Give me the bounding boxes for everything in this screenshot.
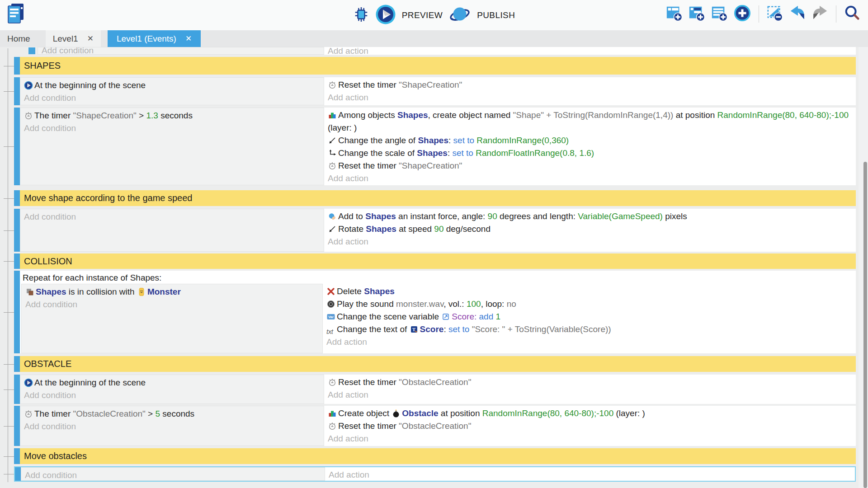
event-drag-bar[interactable] — [14, 375, 20, 404]
add-action-button[interactable]: Add action — [328, 172, 852, 185]
redo-icon[interactable] — [811, 5, 829, 23]
condition-text: > — [137, 111, 146, 120]
play-icon — [24, 81, 33, 90]
group-header-row[interactable]: COLLISION — [14, 253, 856, 269]
action-text: Rotate — [338, 224, 366, 234]
condition-line[interactable]: At the beginning of the scene — [24, 79, 320, 92]
scrollbar-thumb[interactable] — [863, 162, 867, 488]
tab-home[interactable]: Home — [0, 30, 38, 47]
add-condition-button[interactable]: Add condition — [42, 47, 94, 55]
scrollbar-track[interactable] — [859, 47, 868, 488]
event-drag-bar[interactable] — [14, 356, 20, 372]
condition-line[interactable]: The timer "ShapeCreation" > 1.3 seconds — [24, 109, 320, 122]
conditions-column: At the beginning of the sceneAdd conditi… — [20, 77, 324, 105]
actions-column: Delete ShapesPlay the sound monster.wav,… — [323, 284, 856, 353]
preview-button[interactable]: PREVIEW — [402, 10, 443, 20]
action-line[interactable]: Reset the timer "ShapeCreation" — [328, 79, 852, 91]
group-header-row[interactable]: Move shape according to the game speed — [14, 190, 856, 206]
event-drag-bar[interactable] — [14, 57, 20, 75]
var-icon: Var — [326, 312, 335, 321]
event-drag-bar[interactable] — [14, 209, 20, 252]
action-line[interactable]: Delete Shapes — [326, 285, 852, 298]
publish-button[interactable]: PUBLISH — [477, 10, 515, 20]
event-row: The timer "ShapeCreation" > 1.3 secondsA… — [14, 108, 856, 185]
event-drag-bar[interactable] — [15, 467, 21, 481]
tab-level1[interactable]: Level1✕ — [46, 30, 101, 47]
action-line[interactable]: txtChange the text of TScore: set to "Sc… — [326, 323, 852, 336]
action-line[interactable]: Change the angle of Shapes: set to Rando… — [328, 134, 852, 147]
undo-icon[interactable] — [789, 5, 806, 23]
action-line[interactable]: Add to Shapes an instant force, angle: 9… — [328, 210, 852, 223]
action-text: Change the scale of — [338, 148, 417, 158]
svg-text:T: T — [412, 327, 415, 332]
bomb-icon — [392, 409, 401, 418]
add-condition-button[interactable]: Add condition — [25, 298, 319, 311]
action-text: Reset the timer — [338, 421, 399, 431]
create-icon — [328, 111, 337, 120]
add-action-button[interactable]: Add action — [328, 235, 852, 248]
condition-text: At the beginning of the scene — [34, 80, 146, 90]
action-line[interactable]: Rotate Shapes at speed 90 deg/second — [328, 223, 852, 235]
add-action-button[interactable]: Add action — [328, 47, 368, 55]
search-icon[interactable] — [844, 5, 861, 23]
condition-line[interactable]: Shapes is in collision with Monster — [25, 286, 319, 298]
action-text: deg/second — [443, 224, 491, 234]
actions-column: Add to Shapes an instant force, angle: 9… — [324, 209, 856, 252]
condition-text: Add condition — [24, 422, 76, 431]
group-header-row[interactable]: Move obstacles — [14, 448, 856, 464]
debugger-icon[interactable] — [353, 6, 369, 25]
add-action-button[interactable]: Add action — [328, 389, 852, 401]
add-condition-button[interactable]: Add condition — [24, 92, 320, 104]
add-action-button[interactable]: Add action — [329, 469, 851, 481]
condition-line[interactable]: The timer "ObstacleCreation" > 5 seconds — [24, 408, 320, 420]
event-drag-bar[interactable] — [14, 77, 20, 105]
add-action-button[interactable]: Add action — [328, 91, 852, 104]
action-line[interactable]: Change the scale of Shapes: set to Rando… — [328, 147, 852, 160]
publish-globe-icon[interactable] — [449, 5, 471, 26]
add-subevent-icon[interactable] — [688, 5, 705, 23]
action-line[interactable]: Reset the timer "ObstacleCreation" — [328, 420, 852, 432]
add-action-button[interactable]: Add action — [328, 432, 852, 445]
close-tab-icon[interactable]: ✕ — [185, 34, 192, 43]
condition-text: "ShapeCreation" — [73, 111, 137, 120]
add-comment-icon[interactable] — [711, 5, 728, 23]
add-new-icon[interactable] — [733, 4, 751, 24]
group-header-label: Move shape according to the game speed — [20, 190, 192, 206]
condition-line[interactable]: At the beginning of the scene — [24, 376, 320, 389]
action-line[interactable]: Reset the timer "ObstacleCreation" — [328, 376, 852, 389]
event-drag-bar[interactable] — [14, 108, 20, 185]
action-line[interactable]: VarChange the scene variable Score: add … — [326, 310, 852, 323]
events-toolbar-icons — [665, 4, 861, 24]
add-condition-button[interactable]: Add condition — [24, 122, 320, 135]
txt-icon: txt — [326, 325, 335, 334]
add-condition-button[interactable]: Add condition — [24, 211, 320, 223]
tab-label: Home — [7, 34, 30, 44]
add-event-icon[interactable] — [665, 5, 683, 23]
event-drag-bar[interactable] — [14, 406, 20, 446]
group-header-row[interactable]: OBSTACLE — [14, 356, 856, 372]
action-line[interactable]: Reset the timer "ShapeCreation" — [328, 160, 852, 172]
repeat-event-header[interactable]: Repeat for each instance of Shapes: — [20, 271, 856, 284]
group-header-row[interactable]: SHAPES — [14, 57, 856, 75]
subevent-drag-bar[interactable] — [28, 47, 35, 54]
add-condition-button[interactable]: Add condition — [24, 420, 320, 433]
event-drag-bar[interactable] — [14, 190, 20, 206]
close-tab-icon[interactable]: ✕ — [87, 34, 94, 43]
add-condition-button[interactable]: Add condition — [24, 389, 320, 402]
action-line[interactable]: Create object Obstacle at position Rando… — [328, 407, 852, 420]
preview-play-icon[interactable] — [376, 5, 396, 26]
action-line[interactable]: Play the sound monster.wav, vol.: 100, l… — [326, 298, 852, 310]
delete-selection-icon[interactable] — [766, 5, 783, 23]
add-condition-button[interactable]: Add condition — [25, 469, 321, 481]
add-action-button[interactable]: Add action — [326, 336, 852, 348]
tab-level1-events[interactable]: Level1 (Events)✕ — [108, 30, 201, 47]
event-drag-bar[interactable] — [14, 448, 20, 464]
event-drag-bar[interactable] — [14, 253, 20, 269]
tree-tick — [4, 261, 14, 262]
event-drag-bar[interactable] — [14, 271, 20, 353]
action-text: 1 — [496, 312, 501, 321]
action-line[interactable]: Among objects Shapes, create object name… — [328, 109, 852, 134]
actions-column: Among objects Shapes, create object name… — [324, 108, 856, 185]
action-text: Add action — [328, 390, 368, 399]
action-text: Add action — [326, 337, 367, 347]
